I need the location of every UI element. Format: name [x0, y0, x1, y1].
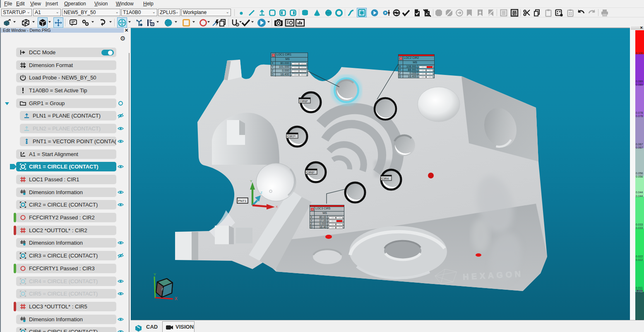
svg-text:Y: Y — [154, 272, 156, 277]
svg-text:Y: Y — [250, 179, 252, 183]
svg-text:CIR7*: CIR7* — [287, 135, 296, 138]
svg-text:X: X — [175, 296, 178, 301]
svg-text:CIR4: CIR4 — [382, 177, 389, 180]
svg-text:X: X — [276, 205, 278, 209]
svg-text:Z: Z — [260, 191, 262, 195]
svg-text:CIR6*: CIR6* — [306, 171, 315, 174]
svg-text:✱: ✱ — [359, 9, 364, 16]
svg-text:PNT1: PNT1 — [238, 199, 247, 203]
svg-text:CIR8*: CIR8* — [300, 99, 308, 103]
svg-text:Z: Z — [161, 287, 163, 291]
